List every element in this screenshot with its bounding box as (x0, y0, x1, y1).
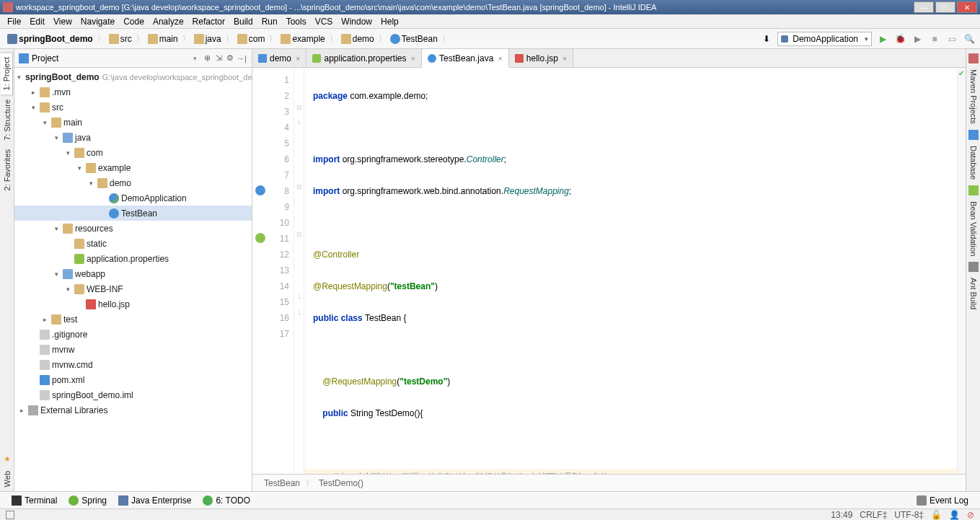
menu-code[interactable]: Code (119, 15, 149, 28)
method-gutter-icon[interactable] (255, 233, 265, 243)
maximize-button[interactable]: □ (935, 1, 955, 13)
tab-appprops[interactable]: application.properties× (306, 49, 422, 67)
close-icon[interactable]: × (411, 54, 415, 63)
tab-demo[interactable]: demo× (252, 49, 306, 67)
status-line-ending[interactable]: CRLF‡ (860, 510, 887, 520)
tree-iml[interactable]: springBoot_demo.iml (14, 387, 252, 402)
menu-navigate[interactable]: Navigate (76, 15, 119, 28)
tab-maven[interactable]: Maven Projects (968, 65, 979, 128)
menu-edit[interactable]: Edit (25, 15, 49, 28)
tree-static[interactable]: static (14, 236, 252, 251)
tab-testbean[interactable]: TestBean.java× (422, 49, 509, 68)
tab-terminal[interactable]: Terminal (6, 494, 63, 507)
build-icon[interactable]: ⬇ (760, 32, 773, 45)
menu-analyze[interactable]: Analyze (149, 15, 188, 28)
class-gutter-icon[interactable] (255, 185, 265, 195)
favorites-star-icon: ★ (4, 451, 11, 467)
debug-button[interactable]: 🐞 (893, 32, 906, 45)
tree-com[interactable]: ▾com (14, 145, 252, 160)
tree-hellojsp[interactable]: hello.jsp (14, 296, 252, 312)
crumb-main[interactable]: main (145, 32, 181, 45)
menu-build[interactable]: Build (229, 15, 257, 28)
run-button[interactable]: ▶ (876, 32, 889, 45)
crumb-root[interactable]: springBoot_demo (4, 32, 96, 45)
tree-mvnw[interactable]: mvnw (14, 342, 252, 357)
stop-button[interactable]: ■ (928, 32, 941, 45)
gutter[interactable]: 1234567 8 910 11 121314151617 (252, 68, 294, 474)
tree-testbean[interactable]: TestBean (14, 206, 252, 221)
database-icon (968, 130, 979, 140)
tree-src[interactable]: ▾src (14, 100, 252, 115)
project-panel-title[interactable]: Project (32, 53, 193, 63)
tree-appprops[interactable]: application.properties (14, 251, 252, 266)
fold-column[interactable]: ⊟└ ⊟⊟└└ (294, 68, 304, 474)
ant-icon (968, 262, 979, 272)
tree-gitignore[interactable]: .gitignore (14, 327, 252, 342)
event-log[interactable]: Event Log (911, 494, 974, 507)
tree-mvnwcmd[interactable]: mvnw.cmd (14, 357, 252, 372)
close-icon[interactable]: × (562, 54, 567, 63)
tree-demoapp[interactable]: DemoApplication (14, 190, 252, 206)
search-icon[interactable]: 🔍 (963, 32, 976, 45)
tree-root[interactable]: ▾springBoot_demoG:\java develop\workspac… (14, 69, 252, 84)
crumb-com[interactable]: com (234, 32, 268, 45)
menu-file[interactable]: File (3, 15, 25, 28)
menu-tools[interactable]: Tools (282, 15, 311, 28)
menu-view[interactable]: View (49, 15, 76, 28)
tree-java[interactable]: ▾java (14, 130, 252, 145)
error-stripe[interactable]: ✔ (957, 68, 966, 474)
breadcrumb-bar[interactable]: TestBean〉TestDemo() (252, 474, 966, 491)
tree-resources[interactable]: ▾resources (14, 221, 252, 236)
close-icon[interactable]: × (498, 54, 502, 63)
menu-help[interactable]: Help (376, 15, 403, 28)
project-panel: Project ▾ ⊕ ⇲ ⚙ →| ▾springBoot_demoG:\ja… (14, 49, 252, 491)
crumb-example[interactable]: example (278, 32, 327, 45)
tab-project[interactable]: 1: Project (1, 52, 13, 95)
tree-main[interactable]: ▾main (14, 115, 252, 130)
crumb-src[interactable]: src (106, 32, 135, 45)
close-button[interactable]: ✕ (957, 1, 977, 13)
close-icon[interactable]: × (296, 54, 300, 63)
project-tree[interactable]: ▾springBoot_demoG:\java develop\workspac… (14, 68, 252, 491)
tab-spring[interactable]: Spring (63, 494, 112, 507)
toolwindows-toggle[interactable] (6, 511, 14, 519)
tab-todo[interactable]: 6: TODO (197, 494, 256, 507)
menu-refactor[interactable]: Refactor (188, 15, 229, 28)
code-editor[interactable]: package com.example.demo; import org.spr… (304, 68, 957, 474)
menu-run[interactable]: Run (257, 15, 282, 28)
tree-extlib[interactable]: ▸External Libraries (14, 402, 252, 418)
tab-database[interactable]: Database (968, 141, 979, 184)
crumb-testbean[interactable]: TestBean (387, 32, 441, 45)
tree-mvn[interactable]: ▸.mvn (14, 84, 252, 100)
status-encoding[interactable]: UTF-8‡ (894, 510, 924, 520)
tree-webinf[interactable]: ▾WEB-INF (14, 281, 252, 296)
tab-web[interactable]: Web (1, 467, 13, 491)
run-config-combo[interactable]: DemoApplication (777, 32, 872, 46)
tab-bean[interactable]: Bean Validation (968, 197, 979, 260)
tab-structure[interactable]: 7: Structure (1, 95, 13, 145)
intention-bulb-icon[interactable]: 💡 (284, 471, 294, 474)
tree-webapp[interactable]: ▾webapp (14, 266, 252, 281)
minimize-button[interactable]: — (914, 1, 934, 13)
menu-vcs[interactable]: VCS (311, 15, 337, 28)
crumb-java[interactable]: java (191, 32, 224, 45)
tree-example[interactable]: ▾example (14, 160, 252, 175)
structure-button[interactable]: ▭ (945, 32, 958, 45)
menu-window[interactable]: Window (337, 15, 376, 28)
coverage-button[interactable]: ▶ (911, 32, 924, 45)
collapse-icon[interactable]: ⇲ (213, 53, 224, 64)
tree-test[interactable]: ▸test (14, 312, 252, 327)
locate-icon[interactable]: ⊕ (201, 53, 213, 64)
tree-pom[interactable]: pom.xml (14, 372, 252, 387)
tab-hellojsp[interactable]: hello.jsp× (509, 49, 573, 67)
hide-icon[interactable]: →| (236, 53, 247, 64)
tab-ant[interactable]: Ant Build (968, 273, 979, 314)
lock-icon[interactable]: 🔓 (931, 510, 942, 520)
tab-favorites[interactable]: 2: Favorites (1, 145, 13, 195)
gear-icon[interactable]: ⚙ (224, 53, 236, 64)
tree-demo[interactable]: ▾demo (14, 175, 252, 190)
crumb-demo[interactable]: demo (338, 32, 377, 45)
inspect-icon[interactable]: 👤 (949, 510, 960, 520)
error-indicator-icon[interactable]: ⊘ (967, 510, 974, 520)
tab-javaee[interactable]: Java Enterprise (112, 494, 197, 507)
